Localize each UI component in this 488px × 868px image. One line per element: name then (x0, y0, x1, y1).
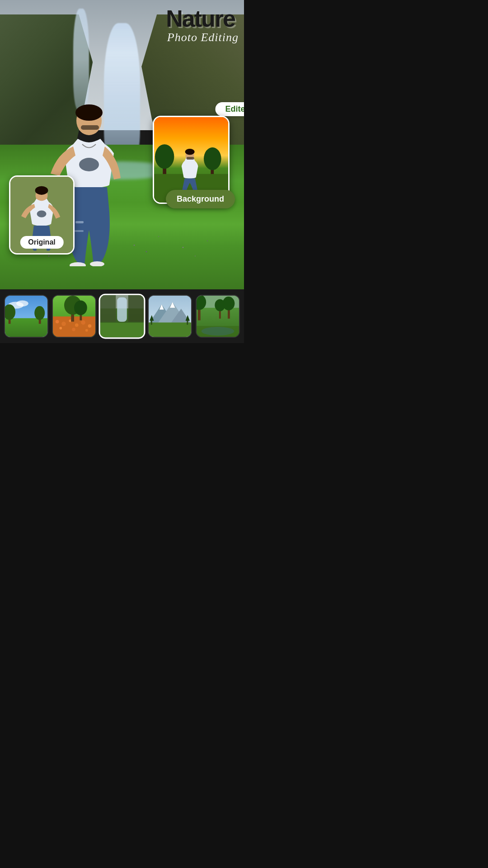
background-option-5[interactable] (196, 295, 240, 338)
svg-point-43 (74, 301, 87, 316)
original-thumbnail[interactable]: Original (9, 175, 75, 255)
svg-point-14 (155, 144, 174, 169)
svg-rect-22 (5, 318, 47, 337)
background-option-2[interactable] (52, 295, 96, 338)
svg-point-6 (90, 261, 104, 266)
waterfall-secondary (73, 9, 89, 110)
svg-rect-46 (117, 297, 127, 322)
app-container: Nature Photo Editing (0, 0, 244, 343)
original-label: Original (20, 236, 63, 249)
svg-point-35 (81, 321, 85, 325)
edited-label: Edited (215, 102, 244, 116)
svg-point-28 (34, 306, 45, 320)
title-nature: Nature (166, 7, 235, 30)
svg-point-2 (79, 158, 99, 171)
svg-rect-20 (186, 157, 194, 160)
svg-point-68 (215, 299, 225, 311)
title-subtitle: Photo Editing (167, 31, 239, 44)
svg-rect-48 (128, 295, 144, 322)
svg-point-24 (16, 301, 28, 307)
svg-rect-56 (149, 322, 191, 337)
svg-point-16 (204, 147, 221, 170)
svg-point-38 (72, 328, 75, 331)
svg-point-1 (75, 104, 103, 121)
svg-point-19 (185, 149, 194, 155)
background-label[interactable]: Background (166, 190, 235, 208)
background-option-4[interactable] (148, 295, 192, 338)
svg-rect-3 (75, 221, 84, 223)
svg-point-36 (88, 324, 92, 328)
background-option-3[interactable] (99, 294, 145, 339)
svg-rect-7 (81, 125, 99, 130)
svg-rect-4 (75, 230, 84, 232)
background-option-1[interactable] (4, 295, 48, 338)
svg-rect-47 (100, 295, 116, 322)
svg-point-34 (75, 323, 79, 327)
svg-point-32 (61, 321, 66, 326)
background-thumbnail-strip (0, 289, 244, 343)
svg-point-39 (85, 329, 88, 332)
svg-rect-49 (100, 323, 144, 337)
svg-rect-70 (197, 326, 239, 337)
svg-point-31 (56, 320, 59, 324)
main-photo-area: Nature Photo Editing (0, 0, 244, 289)
svg-point-37 (59, 327, 62, 330)
svg-point-10 (35, 186, 48, 195)
svg-point-11 (37, 211, 46, 217)
